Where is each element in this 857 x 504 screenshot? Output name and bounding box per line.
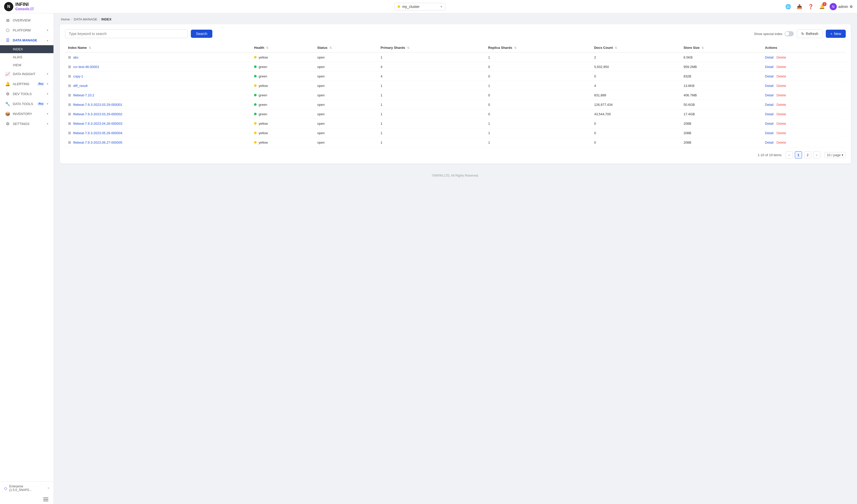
index-link-2[interactable]: copy-1	[73, 74, 83, 78]
detail-button-7[interactable]: Detail	[765, 122, 773, 125]
cluster-selector[interactable]: my_cluster ▾	[394, 3, 446, 11]
cluster-dot	[398, 5, 400, 8]
col-header-health: Health ⇅	[251, 43, 314, 52]
new-button[interactable]: + New	[826, 30, 846, 38]
platform-icon: ⬡	[5, 28, 10, 33]
index-link-7[interactable]: filebeat-7.9.3-2023.04.28-000003	[73, 122, 122, 125]
cell-actions-5: Detail Delete	[762, 100, 846, 109]
page-2-button[interactable]: 2	[804, 151, 811, 158]
translate-icon[interactable]: 🌐	[785, 3, 792, 10]
enterprise-license[interactable]: ◇ Enterprise (1.5.0_SNAPS... >	[0, 481, 53, 495]
col-header-docs-count: Docs Count ⇅	[591, 43, 680, 52]
sort-icon-docs[interactable]: ⇅	[615, 46, 617, 49]
detail-button-9[interactable]: Detail	[765, 141, 773, 144]
detail-button-5[interactable]: Detail	[765, 103, 773, 107]
delete-button-0[interactable]: Delete	[776, 55, 786, 59]
delete-button-6[interactable]: Delete	[776, 112, 786, 116]
detail-button-4[interactable]: Detail	[765, 93, 773, 97]
delete-button-4[interactable]: Delete	[776, 93, 786, 97]
sidebar-item-inventory[interactable]: 📦 INVENTORY ▾	[0, 109, 53, 119]
detail-button-6[interactable]: Detail	[765, 112, 773, 116]
sort-icon-replica[interactable]: ⇅	[514, 46, 517, 49]
search-input[interactable]	[65, 29, 188, 38]
sidebar-item-alias[interactable]: ALIAS	[0, 53, 53, 61]
delete-button-5[interactable]: Delete	[776, 103, 786, 107]
sidebar-item-data-tools[interactable]: 🔧 DATA TOOLS Pro ▾	[0, 99, 53, 109]
prev-page-button[interactable]: ‹	[786, 151, 793, 158]
index-link-3[interactable]: diff_result	[73, 84, 87, 88]
table-row: ⊞ filebeat-7.9.3-2023.03.29-000001 green…	[65, 100, 846, 109]
cell-size-2: 832B	[680, 72, 762, 81]
cell-actions-1: Detail Delete	[762, 62, 846, 72]
cell-replica-5: 0	[485, 100, 591, 109]
inbox-icon[interactable]: 📥	[796, 3, 803, 10]
sidebar-item-settings[interactable]: ⚙ SETTINGS ▾	[0, 119, 53, 129]
sort-icon-status[interactable]: ⇅	[330, 46, 332, 49]
index-link-6[interactable]: filebeat-7.9.3-2023.03.29-000002	[73, 112, 122, 116]
settings-icon: ⚙	[5, 121, 10, 126]
cell-status-3: open	[314, 81, 377, 90]
sidebar-item-label-view: VIEW	[13, 63, 21, 67]
cell-health-4: green	[251, 90, 314, 100]
table-row: ⊞ ccr-test-46-00001 green open 4 0 5,932…	[65, 62, 846, 72]
sort-icon-primary[interactable]: ⇅	[407, 46, 409, 49]
sidebar-item-alerting[interactable]: 🔔 ALERTING Pro ▾	[0, 79, 53, 89]
page-footer: ©INFINI.LTD, All Rights Reserved.	[54, 170, 857, 181]
overview-icon: ⊞	[5, 18, 10, 23]
detail-button-1[interactable]: Detail	[765, 65, 773, 69]
detail-button-3[interactable]: Detail	[765, 84, 773, 88]
detail-button-8[interactable]: Detail	[765, 131, 773, 135]
delete-button-7[interactable]: Delete	[776, 122, 786, 125]
sidebar-item-index[interactable]: INDEX	[0, 45, 53, 53]
cell-replica-0: 1	[485, 52, 591, 62]
index-link-1[interactable]: ccr-test-46-00001	[73, 65, 99, 69]
index-link-9[interactable]: filebeat-7.9.3-2023.06.27-000005	[73, 141, 122, 144]
sort-icon-index-name[interactable]: ⇅	[89, 46, 91, 49]
help-icon[interactable]: ❓	[807, 3, 814, 10]
cell-docs-3: 4	[591, 81, 680, 90]
detail-button-0[interactable]: Detail	[765, 55, 773, 59]
sidebar-item-data-insight[interactable]: 📈 DATA INSIGHT ▾	[0, 69, 53, 79]
sidebar-item-platform[interactable]: ⬡ PLATFORM ▾	[0, 25, 53, 35]
sort-icon-health[interactable]: ⇅	[266, 46, 268, 49]
sidebar-item-label-alias: ALIAS	[13, 55, 22, 59]
sidebar-item-overview[interactable]: ⊞ OVERVIEW	[0, 15, 53, 25]
search-button[interactable]: Search	[191, 30, 212, 38]
sidebar-item-dev-tools[interactable]: ⚙ DEV TOOLS ▾	[0, 89, 53, 99]
index-link-5[interactable]: filebeat-7.9.3-2023.03.29-000001	[73, 103, 122, 107]
sidebar-item-view[interactable]: VIEW	[0, 61, 53, 69]
delete-button-8[interactable]: Delete	[776, 131, 786, 135]
delete-button-1[interactable]: Delete	[776, 65, 786, 69]
col-header-status: Status ⇅	[314, 43, 377, 52]
cell-status-5: open	[314, 100, 377, 109]
index-link-0[interactable]: abc	[73, 55, 79, 59]
sidebar-menu-icon[interactable]	[0, 495, 53, 504]
user-area[interactable]: N admin ⚙	[830, 3, 853, 10]
show-special-toggle[interactable]	[785, 31, 794, 36]
sort-icon-size[interactable]: ⇅	[702, 46, 704, 49]
next-page-button[interactable]: ›	[813, 151, 820, 158]
logo-icon: N	[4, 2, 13, 11]
delete-button-2[interactable]: Delete	[776, 74, 786, 78]
top-header: N INFINI Console /// my_cluster ▾ 🌐 📥 ❓ …	[0, 0, 857, 13]
breadcrumb-data-manage[interactable]: DATA MANAGE	[74, 17, 97, 21]
page-size-selector[interactable]: 10 / page ▾	[824, 152, 846, 158]
page-1-button[interactable]: 1	[795, 151, 802, 158]
detail-button-2[interactable]: Detail	[765, 74, 773, 78]
delete-button-3[interactable]: Delete	[776, 84, 786, 88]
refresh-button[interactable]: ↻ Refresh	[797, 29, 823, 38]
index-link-4[interactable]: filebeat-7.10.2	[73, 93, 94, 97]
chevron-icon-settings: ▾	[47, 122, 48, 125]
health-label-5: green	[259, 103, 267, 107]
sidebar-item-label-data-manage: DATA MANAGE	[13, 38, 44, 42]
cell-size-6: 17.4GB	[680, 109, 762, 119]
cell-docs-4: 831,888	[591, 90, 680, 100]
breadcrumb-home[interactable]: Home	[61, 17, 70, 21]
table-row: ⊞ diff_result yellow open 1 1 4 13.8KB D…	[65, 81, 846, 90]
inventory-icon: 📦	[5, 111, 10, 116]
notification-icon[interactable]: 🔔 2	[818, 3, 825, 10]
cell-index-name-8: ⊞ filebeat-7.9.3-2023.05.28-000004	[65, 128, 251, 138]
sidebar-item-data-manage[interactable]: ☰ DATA MANAGE ▴	[0, 35, 53, 45]
delete-button-9[interactable]: Delete	[776, 141, 786, 144]
index-link-8[interactable]: filebeat-7.9.3-2023.05.28-000004	[73, 131, 122, 135]
